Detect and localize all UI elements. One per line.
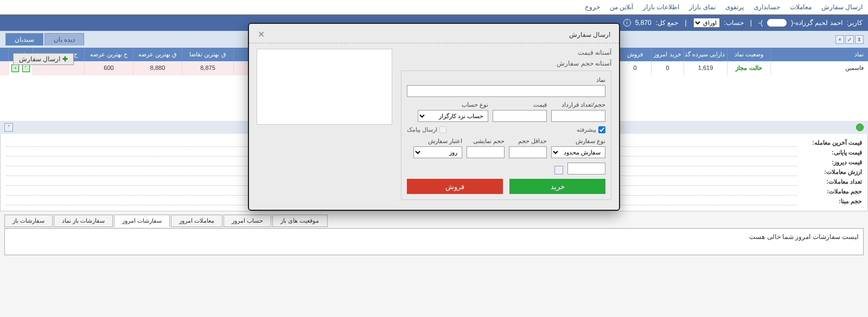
sell-button[interactable]: فروش: [407, 179, 503, 194]
volume-input[interactable]: [551, 110, 605, 122]
buy-button[interactable]: خرید: [509, 179, 605, 194]
lbl-trade-count: تعداد معاملات:: [797, 178, 862, 186]
th-best-demand-p: ق بهترین عرضه: [133, 48, 182, 61]
close-icon[interactable]: ✕: [258, 29, 265, 40]
send-order-modal: ارسال سفارش ✕ آستانه قیمت آستانه حجم سفا…: [248, 23, 620, 211]
nav-accounting[interactable]: حسابداری: [754, 3, 780, 11]
nav-send-order[interactable]: ارسال سفارش: [821, 3, 863, 11]
sms-checkbox: [439, 126, 446, 133]
advanced-checkbox-label[interactable]: پیشرفته: [577, 126, 605, 133]
sms-checkbox-label: ارسال پیامک: [407, 126, 446, 133]
redacted-user-part: [767, 19, 787, 27]
top-nav: ارسال سفارش معاملات حسابداری پرتفوی نمای…: [0, 0, 868, 15]
bottom-tabs: موقعیت های باز حساب امروز معاملات امروز …: [0, 211, 868, 228]
order-type-label: نوع سفارش: [551, 138, 605, 145]
info-icon[interactable]: i: [623, 19, 631, 27]
row-add-icon[interactable]: +: [11, 64, 19, 72]
btab-today-orders[interactable]: سفارشات امروز: [114, 215, 170, 227]
th-buy-today: خرید امروز: [651, 48, 684, 61]
nav-market-info[interactable]: اطلاعات بازار: [643, 3, 679, 11]
btab-today-account[interactable]: حساب امروز: [224, 215, 271, 227]
cell-bdp: 8,880: [133, 61, 182, 75]
total-label: جمع کل:: [656, 19, 679, 27]
user-name-close: )-: [758, 19, 763, 27]
order-form: نماد حجم/تعداد قرارداد قیمت: [401, 70, 611, 200]
credit-select[interactable]: روز: [413, 146, 462, 158]
volume-label: حجم/تعداد قرارداد: [551, 101, 605, 108]
lbl-last-price: قیمت آخرین معامله:: [797, 139, 862, 147]
price-input[interactable]: [493, 110, 547, 122]
display-volume-input[interactable]: [467, 146, 505, 158]
price-threshold-label: آستانه قیمت: [401, 49, 611, 56]
cell-bsp: 600: [84, 61, 133, 75]
th-best-supply-p: ح بهترین عرضه: [84, 48, 133, 61]
account-select[interactable]: اوراق: [693, 18, 720, 28]
collapse-icon[interactable]: ˅: [4, 123, 13, 132]
credit-label: اعتبار سفارش: [413, 138, 462, 145]
panel-fullscreen-icon[interactable]: ⤢: [845, 35, 854, 44]
nav-online-me[interactable]: آنلاین من: [610, 3, 633, 11]
btab-open-positions[interactable]: موقعیت های باز: [272, 215, 327, 227]
th-best-demand-q: ق بهترین تقاضا: [182, 48, 233, 61]
date-input[interactable]: [567, 163, 605, 174]
volume-threshold-label: آستانه حجم سفارش: [401, 60, 611, 67]
lbl-base-volume: حجم مبنا:: [797, 198, 862, 205]
th-sell-today: فروش: [618, 48, 651, 61]
calendar-icon[interactable]: [554, 166, 563, 174]
th-symbol: نماد: [770, 48, 868, 61]
panel-close-icon[interactable]: ×: [835, 35, 844, 44]
cell-buy-today: 0: [651, 61, 684, 75]
nav-market-view[interactable]: نمای بازار: [689, 3, 715, 11]
nav-logout[interactable]: خروج: [585, 3, 600, 11]
tab-watchlist[interactable]: دیده بان: [44, 33, 84, 46]
cell-symbol[interactable]: فاسمین: [770, 61, 868, 75]
cell-status: حالت مجاز: [727, 61, 770, 75]
tab-portfolio-basket[interactable]: سبدبان: [5, 33, 43, 46]
symbol-input[interactable]: [407, 85, 605, 97]
lbl-closing: قیمت پایانی:: [797, 149, 862, 157]
nav-portfolio[interactable]: پرتفوی: [725, 3, 744, 11]
th-deposit: دارایی سپرده گذاری: [684, 48, 727, 61]
account-type-label: نوع حساب: [418, 101, 488, 108]
orders-empty-text: لیست سفارشات امروز شما خالی هست: [749, 233, 859, 241]
btab-open-orders[interactable]: سفارشات باز: [4, 215, 53, 227]
modal-info-panel: [257, 49, 392, 125]
cell-bdq: 8,875: [182, 61, 233, 75]
connection-status-icon: [856, 124, 864, 131]
th-status: وضعیت نماد: [727, 48, 770, 61]
lbl-trade-value: ارزش معاملات:: [797, 169, 862, 176]
display-volume-label: حجم نمایشی: [467, 138, 505, 145]
btab-open-orders-symbol[interactable]: سفارشات باز نماد: [54, 215, 113, 227]
panel-expand-icon[interactable]: ⇕: [855, 35, 864, 44]
cell-sell-today: 0: [618, 61, 651, 75]
advanced-checkbox[interactable]: [598, 126, 605, 133]
modal-title: ارسال سفارش: [569, 31, 610, 38]
account-label: حساب:: [724, 19, 744, 27]
orders-list: لیست سفارشات امروز شما خالی هست: [4, 228, 864, 255]
btab-today-trades[interactable]: معاملات امروز: [171, 215, 222, 227]
nav-trades[interactable]: معاملات: [790, 3, 812, 11]
user-label: کاربر:: [847, 19, 863, 27]
lbl-trade-volume: حجم معاملات:: [797, 188, 862, 196]
symbol-label: نماد: [407, 76, 605, 83]
row-up-icon[interactable]: ˄: [22, 64, 30, 72]
total-value: 5,870: [635, 19, 652, 27]
send-order-shortcut[interactable]: ✚ ارسال سفارش: [13, 53, 74, 65]
order-type-select[interactable]: سفارش محدود: [551, 146, 605, 158]
price-label: قیمت: [493, 101, 547, 108]
min-volume-input[interactable]: [509, 146, 547, 158]
min-volume-label: حداقل حجم: [509, 138, 547, 145]
cell-deposit: 1,619: [684, 61, 727, 75]
lbl-yesterday: قیمت دیروز:: [797, 159, 862, 166]
account-type-select[interactable]: حساب نزد کارگزار: [418, 110, 488, 122]
user-name: احمد لحیم گرزاده-(: [791, 19, 843, 27]
plus-icon: ✚: [62, 55, 68, 63]
